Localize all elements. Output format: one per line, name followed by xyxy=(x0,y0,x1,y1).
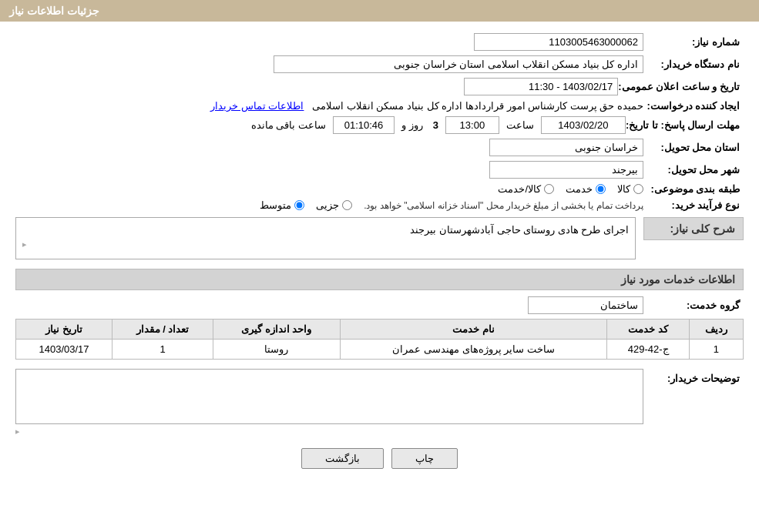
deadline-remaining-box: 01:10:46 xyxy=(333,116,395,134)
purchase-type-radio-mutavasset[interactable] xyxy=(294,200,304,210)
table-row: 1ج-42-429ساخت سایر پروژه‌های مهندسی عمرا… xyxy=(16,340,744,360)
purchase-type-row: نوع فرآیند خرید: جزیی متوسط پرداخت تمام … xyxy=(15,199,744,211)
buyer-notes-label: توضیحات خریدار: xyxy=(643,369,744,384)
buyer-org-row: نام دستگاه خریدار: اداره کل بنیاد مسکن ا… xyxy=(15,55,744,73)
page-wrapper: جزئیات اطلاعات نیاز شماره نیاز: 11030054… xyxy=(0,0,759,532)
creator-name: حمیده حق پرست کارشناس امور قراردادها ادا… xyxy=(312,100,643,112)
category-option-khedmat: خدمت xyxy=(566,183,606,195)
buyer-org-label: نام دستگاه خریدار: xyxy=(643,59,744,70)
col-header-row: ردیف xyxy=(689,320,743,340)
creator-contact-link[interactable]: اطلاعات تماس خریدار xyxy=(210,100,304,112)
buyer-notes-container: ▸ xyxy=(15,369,643,437)
buyer-org-box: اداره کل بنیاد مسکن انقلاب اسلامی استان … xyxy=(274,55,643,73)
content-area: شماره نیاز: 1103005463000062 نام دستگاه … xyxy=(0,22,759,496)
service-table-header: ردیف کد خدمت نام خدمت واحد اندازه گیری ت… xyxy=(16,320,744,340)
deadline-time-box: 13:00 xyxy=(445,116,499,134)
announce-datetime-label: تاریخ و ساعت اعلان عمومی: xyxy=(618,81,744,92)
announce-datetime-box: 1403/02/17 - 11:30 xyxy=(464,78,618,95)
print-button[interactable]: چاپ xyxy=(391,448,458,469)
city-value: بیرجند xyxy=(15,161,643,179)
deadline-value: 1403/02/20 ساعت 13:00 3 روز و 01:10:46 س… xyxy=(15,116,626,134)
creator-row: ایجاد کننده درخواست: حمیده حق پرست کارشن… xyxy=(15,100,744,112)
services-section-title: اطلاعات خدمات مورد نیاز xyxy=(15,269,744,290)
page-header: جزئیات اطلاعات نیاز xyxy=(0,0,759,22)
col-header-name: نام خدمت xyxy=(340,320,607,340)
purchase-type-label-mutavasset: متوسط xyxy=(260,199,291,211)
category-label-khedmat: خدمت xyxy=(566,183,593,195)
service-table-body: 1ج-42-429ساخت سایر پروژه‌های مهندسی عمرا… xyxy=(16,340,744,360)
category-radio-khedmat[interactable] xyxy=(596,184,606,194)
service-table: ردیف کد خدمت نام خدمت واحد اندازه گیری ت… xyxy=(15,319,744,360)
announce-datetime-value: 1403/02/17 - 11:30 xyxy=(15,78,618,95)
purchase-type-radio-jozii[interactable] xyxy=(342,200,352,210)
buyer-notes-row: توضیحات خریدار: ▸ xyxy=(15,369,744,437)
service-group-box: ساختمان xyxy=(528,296,643,314)
deadline-days-value: 3 xyxy=(433,119,438,131)
need-desc-container: اجرای طرح هادی روستای حاجی آبادشهرستان ب… xyxy=(15,217,636,259)
page-title: جزئیات اطلاعات نیاز xyxy=(9,5,99,17)
announce-datetime-row: تاریخ و ساعت اعلان عمومی: 1403/02/17 - 1… xyxy=(15,78,744,95)
creator-value: حمیده حق پرست کارشناس امور قراردادها ادا… xyxy=(15,100,643,112)
table-cell-quantity: 1 xyxy=(113,340,213,360)
table-cell-date: 1403/03/17 xyxy=(16,340,113,360)
province-value: خراسان جنوبی xyxy=(15,139,643,156)
service-group-row: گروه خدمت: ساختمان xyxy=(15,296,744,314)
purchase-type-option-jozii: جزیی xyxy=(316,199,352,211)
need-desc-box: اجرای طرح هادی روستای حاجی آبادشهرستان ب… xyxy=(15,217,636,259)
back-button[interactable]: بازگشت xyxy=(301,448,384,469)
need-desc-row: شرح کلی نیاز: اجرای طرح هادی روستای حاجی… xyxy=(15,217,744,259)
request-number-label: شماره نیاز: xyxy=(643,36,744,48)
table-cell-name: ساخت سایر پروژه‌های مهندسی عمران xyxy=(340,340,607,360)
category-label-kala-khedmat: کالا/خدمت xyxy=(498,183,541,195)
need-desc-value: اجرای طرح هادی روستای حاجی آبادشهرستان ب… xyxy=(410,224,629,236)
service-group-value: ساختمان xyxy=(15,296,643,314)
table-cell-row: 1 xyxy=(689,340,743,360)
deadline-days-label: روز و xyxy=(401,119,423,131)
purchase-type-label: نوع فرآیند خرید: xyxy=(643,199,744,211)
deadline-time-label: ساعت xyxy=(506,119,534,131)
col-header-date: تاریخ نیاز xyxy=(16,320,113,340)
purchase-type-label-jozii: جزیی xyxy=(316,199,339,211)
creator-label: ایجاد کننده درخواست: xyxy=(643,100,744,112)
category-option-kala: کالا xyxy=(617,183,643,195)
province-box: خراسان جنوبی xyxy=(489,139,643,156)
category-row: طبقه بندی موضوعی: کالا خدمت کالا/خدمت xyxy=(15,183,744,195)
city-box: بیرجند xyxy=(489,161,643,179)
purchase-type-option-mutavasset: متوسط xyxy=(260,199,304,211)
col-header-qty: تعداد / مقدار xyxy=(113,320,213,340)
table-cell-unit: روستا xyxy=(213,340,340,360)
city-row: شهر محل تحویل: بیرجند xyxy=(15,161,744,179)
category-radio-kala-khedmat[interactable] xyxy=(544,184,554,194)
request-number-value: 1103005463000062 xyxy=(15,33,643,51)
deadline-remaining-label: ساعت باقی مانده xyxy=(251,119,326,131)
province-label: استان محل تحویل: xyxy=(643,142,744,153)
deadline-row: مهلت ارسال پاسخ: تا تاریخ: 1403/02/20 سا… xyxy=(15,116,744,134)
purchase-type-options: جزیی متوسط xyxy=(260,199,352,211)
province-row: استان محل تحویل: خراسان جنوبی xyxy=(15,139,744,156)
category-label: طبقه بندی موضوعی: xyxy=(643,183,744,195)
table-cell-code: ج-42-429 xyxy=(607,340,689,360)
request-number-row: شماره نیاز: 1103005463000062 xyxy=(15,33,744,51)
purchase-type-note: پرداخت تمام یا بخشی از مبلغ خریدار محل "… xyxy=(364,200,643,211)
request-number-box: 1103005463000062 xyxy=(474,33,643,51)
category-options: کالا خدمت کالا/خدمت xyxy=(15,183,643,195)
need-desc-section-label: شرح کلی نیاز: xyxy=(643,217,744,240)
service-group-label: گروه خدمت: xyxy=(643,299,744,311)
city-label: شهر محل تحویل: xyxy=(643,164,744,176)
deadline-label: مهلت ارسال پاسخ: تا تاریخ: xyxy=(626,119,744,131)
category-option-kala-khedmat: کالا/خدمت xyxy=(498,183,554,195)
col-header-code: کد خدمت xyxy=(607,320,689,340)
category-label-kala: کالا xyxy=(617,183,630,195)
deadline-date-box: 1403/02/20 xyxy=(541,116,626,134)
buyer-org-value: اداره کل بنیاد مسکن انقلاب اسلامی استان … xyxy=(15,55,643,73)
button-row: چاپ بازگشت xyxy=(15,448,744,469)
category-radio-kala[interactable] xyxy=(633,184,643,194)
buyer-notes-textarea[interactable] xyxy=(15,369,643,424)
purchase-type-value: جزیی متوسط پرداخت تمام یا بخشی از مبلغ خ… xyxy=(15,199,643,211)
col-header-unit: واحد اندازه گیری xyxy=(213,320,340,340)
